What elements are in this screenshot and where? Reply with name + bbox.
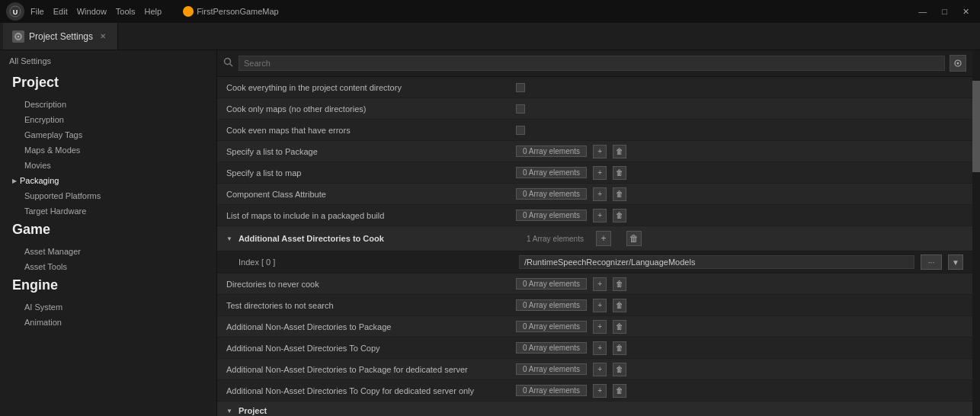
setting-label: Cook only maps (no other directories) [226, 104, 516, 114]
del-btn-non-asset-package-dedicated[interactable]: 🗑 [613, 363, 626, 376]
tab-close-button[interactable]: ✕ [98, 31, 108, 42]
tag-test-dirs: 0 Array elements [516, 299, 587, 311]
table-row: Directories to never cook 0 Array elemen… [217, 274, 972, 295]
minimize-button[interactable]: — [914, 5, 931, 18]
add-btn-maps-include[interactable]: + [593, 209, 607, 222]
tag-maps-include: 0 Array elements [516, 210, 587, 221]
setting-label: Cook everything in the project content d… [226, 83, 516, 92]
sidebar: All Settings Project Description Encrypt… [0, 50, 217, 416]
table-row: List of maps to include in a packaged bu… [217, 205, 972, 226]
add-btn-non-asset-copy[interactable]: + [593, 341, 607, 355]
array-dots-button[interactable]: ··· [921, 254, 942, 270]
add-btn-specify-map[interactable]: + [593, 166, 607, 180]
del-btn-non-asset-copy-dedicated[interactable]: 🗑 [613, 384, 626, 398]
additional-asset-add-button[interactable]: + [596, 231, 611, 246]
add-btn-non-asset-package[interactable]: + [593, 320, 607, 334]
setting-label: Additional Non-Asset Directories to Pack… [226, 365, 516, 374]
svg-point-7 [957, 62, 959, 65]
table-row: Additional Non-Asset Directories to Pack… [217, 359, 972, 380]
menu-edit[interactable]: Edit [53, 7, 68, 16]
svg-point-3 [18, 35, 20, 37]
settings-scroll-area[interactable]: Cook everything in the project content d… [217, 77, 972, 416]
checkbox-cook-only-maps[interactable] [516, 104, 525, 114]
checkbox-cook-errors[interactable] [516, 126, 525, 135]
packaging-triangle-icon: ▶ [12, 178, 17, 184]
all-settings-link[interactable]: All Settings [0, 50, 216, 72]
sidebar-item-packaging[interactable]: ▶ Packaging [0, 173, 216, 188]
tab-bar: Project Settings ✕ [0, 23, 980, 50]
tag-specify-map: 0 Array elements [516, 167, 587, 178]
del-btn-specify-package[interactable]: 🗑 [613, 145, 626, 158]
sidebar-item-ai-system[interactable]: AI System [0, 299, 216, 315]
array-expand-button[interactable]: ▼ [948, 254, 963, 270]
setting-label: List of maps to include in a packaged bu… [226, 211, 516, 220]
sidebar-item-asset-manager[interactable]: Asset Manager [0, 244, 216, 259]
sidebar-item-maps-modes[interactable]: Maps & Modes [0, 142, 216, 158]
close-button[interactable]: ✕ [958, 5, 974, 18]
search-input[interactable] [239, 56, 945, 71]
add-btn-non-asset-package-dedicated[interactable]: + [593, 363, 607, 376]
project-settings-tab[interactable]: Project Settings ✕ [3, 23, 118, 50]
del-btn-never-cook[interactable]: 🗑 [613, 277, 626, 291]
del-btn-test-dirs[interactable]: 🗑 [613, 299, 626, 312]
sidebar-item-description[interactable]: Description [0, 97, 216, 112]
del-btn-component-class[interactable]: 🗑 [613, 187, 626, 201]
tag-non-asset-package: 0 Array elements [516, 321, 587, 332]
sidebar-item-asset-tools[interactable]: Asset Tools [0, 259, 216, 274]
maximize-button[interactable]: □ [937, 5, 952, 18]
add-btn-component-class[interactable]: + [593, 187, 607, 201]
menu-tools[interactable]: Tools [116, 7, 136, 16]
bottom-section-title: Project [239, 406, 520, 415]
del-btn-maps-include[interactable]: 🗑 [613, 209, 626, 222]
search-settings-button[interactable] [950, 55, 966, 72]
search-icon [223, 57, 234, 70]
setting-value: 0 Array elements + 🗑 [516, 384, 963, 398]
del-btn-non-asset-package[interactable]: 🗑 [613, 320, 626, 334]
menu-file[interactable]: File [30, 7, 44, 16]
tag-component-class: 0 Array elements [516, 188, 587, 200]
setting-value: 0 Array elements + 🗑 [516, 166, 963, 180]
section-toggle-icon[interactable]: ▼ [226, 235, 232, 242]
add-btn-non-asset-copy-dedicated[interactable]: + [593, 384, 607, 398]
additional-asset-section-header: ▼ Additional Asset Directories to Cook 1… [217, 226, 972, 251]
additional-asset-del-button[interactable]: 🗑 [626, 231, 642, 246]
menu-help[interactable]: Help [145, 7, 162, 16]
scrollbar-thumb [972, 81, 980, 172]
project-name: FirstPersonGameMap [197, 7, 279, 16]
setting-label: Component Class Attribute [226, 190, 516, 199]
setting-label: Additional Non-Asset Directories To Copy [226, 344, 516, 353]
bottom-section-toggle-icon[interactable]: ▼ [226, 408, 232, 414]
svg-text:U: U [13, 8, 18, 16]
table-row: Additional Non-Asset Directories To Copy… [217, 338, 972, 359]
sidebar-item-animation[interactable]: Animation [0, 315, 216, 330]
app-logo: U [6, 2, 24, 21]
add-btn-specify-package[interactable]: + [593, 145, 607, 158]
array-value-input[interactable] [519, 255, 914, 269]
sidebar-item-target-hardware[interactable]: Target Hardware [0, 203, 216, 219]
setting-label: Test directories to not search [226, 301, 516, 310]
packaging-label: Packaging [20, 176, 59, 185]
sidebar-section-project: Project [0, 72, 216, 97]
bottom-section-header: ▼ Project [217, 402, 972, 416]
setting-value: 0 Array elements + 🗑 [516, 363, 963, 376]
setting-value [516, 83, 963, 92]
add-btn-never-cook[interactable]: + [593, 277, 607, 291]
setting-value: 0 Array elements + 🗑 [516, 187, 963, 201]
del-btn-non-asset-copy[interactable]: 🗑 [613, 341, 626, 355]
tab-icon [12, 30, 24, 43]
sidebar-item-supported-platforms[interactable]: Supported Platforms [0, 188, 216, 203]
table-row: Specify a list to map 0 Array elements +… [217, 162, 972, 184]
del-btn-specify-map[interactable]: 🗑 [613, 166, 626, 180]
sidebar-item-encryption[interactable]: Encryption [0, 112, 216, 127]
sidebar-item-gameplay-tags[interactable]: Gameplay Tags [0, 127, 216, 142]
setting-label: Cook even maps that have errors [226, 126, 516, 135]
tag-non-asset-package-dedicated: 0 Array elements [516, 363, 587, 375]
add-btn-test-dirs[interactable]: + [593, 299, 607, 312]
right-scrollbar[interactable] [972, 50, 980, 416]
table-row: Additional Non-Asset Directories to Pack… [217, 316, 972, 338]
sidebar-item-movies[interactable]: Movies [0, 158, 216, 173]
menu-window[interactable]: Window [77, 7, 107, 16]
table-row: Test directories to not search 0 Array e… [217, 295, 972, 316]
additional-asset-section-title: Additional Asset Directories to Cook [239, 234, 520, 243]
checkbox-cook-everything[interactable] [516, 83, 525, 92]
